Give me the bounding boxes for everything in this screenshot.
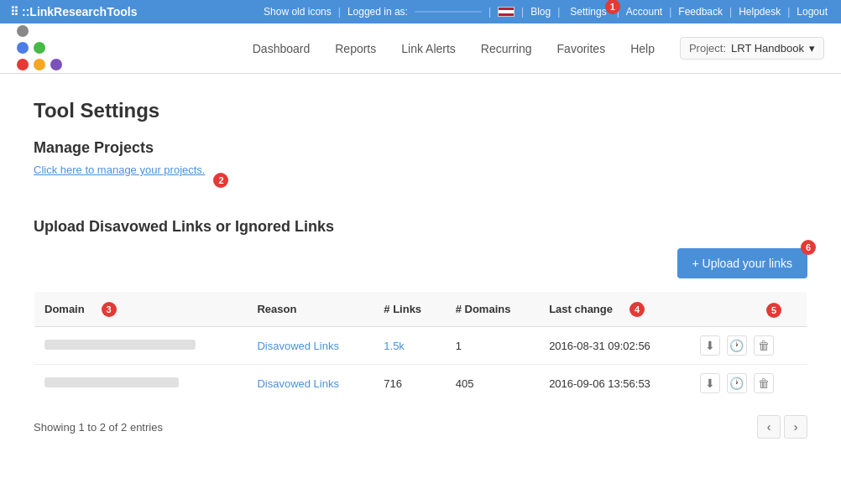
logged-in-label: Logged in as: <box>344 6 411 18</box>
upload-links-button[interactable]: + Upload your links <box>677 248 807 278</box>
show-old-icons-link[interactable]: Show old icons <box>260 6 335 18</box>
chevron-down-icon: ▾ <box>809 42 815 55</box>
nav-link-alerts[interactable]: Link Alerts <box>401 42 456 55</box>
row2-domains: 405 <box>446 365 539 403</box>
upload-section-title: Upload Disavowed Links or Ignored Links <box>34 218 807 236</box>
manage-link-row: Click here to manage your projects. 2 <box>34 164 807 197</box>
sep7: | <box>726 6 735 18</box>
table-row: Disavowed Links 716 405 2016-09-06 13:56… <box>34 365 807 403</box>
showing-entries-text: Showing 1 to 2 of 2 entries <box>34 421 163 434</box>
row1-reason-link[interactable]: Disavowed Links <box>257 340 339 352</box>
dot-6 <box>50 42 62 54</box>
nav-recurring[interactable]: Recurring <box>481 42 532 55</box>
table-footer: Showing 1 to 2 of 2 entries ‹ › <box>34 415 807 439</box>
domain-blurred-1 <box>44 340 196 350</box>
row1-domain <box>34 327 248 365</box>
settings-nav-wrap: Settings 1 <box>563 6 613 18</box>
nav-favorites[interactable]: Favorites <box>557 42 606 55</box>
sep8: | <box>784 6 793 18</box>
logo-dots <box>17 25 64 72</box>
domain-blurred-2 <box>44 377 179 387</box>
pagination: ‹ › <box>757 415 807 439</box>
table-header-row: Domain 3 Reason # Links # Domains Last c… <box>34 292 807 327</box>
project-label: Project: <box>689 42 726 55</box>
col-links: # Links <box>373 292 445 327</box>
table-row: Disavowed Links 1.5k 1 2016-08-31 09:02:… <box>34 327 807 365</box>
nav-dashboard[interactable]: Dashboard <box>253 42 311 55</box>
row2-actions: ⬇ 🕐 🗑 <box>690 365 807 403</box>
project-selector[interactable]: Project: LRT Handbook ▾ <box>680 37 824 60</box>
actions-badge: 5 <box>766 303 781 318</box>
manage-projects-title: Manage Projects <box>34 139 807 157</box>
sep1: | <box>335 6 344 18</box>
top-bar-right: Show old icons | Logged in as: | | Blog … <box>260 6 831 18</box>
row2-reason-link[interactable]: Disavowed Links <box>257 377 339 390</box>
row1-last-change: 2016-08-31 09:02:56 <box>539 327 690 365</box>
manage-projects-link[interactable]: Click here to manage your projects. <box>34 164 205 176</box>
row2-action-buttons: ⬇ 🕐 🗑 <box>700 373 797 393</box>
domain-col-badge: 3 <box>102 302 117 317</box>
page-title: Tool Settings <box>34 99 807 122</box>
project-name: LRT Handbook <box>731 42 804 55</box>
dot-5 <box>34 42 45 54</box>
upload-btn-wrap: + Upload your links 6 <box>677 248 807 278</box>
account-link[interactable]: Account <box>623 6 666 18</box>
manage-badge-wrap: 2 <box>213 173 228 188</box>
row2-domain <box>34 365 248 403</box>
row2-download-button[interactable]: ⬇ <box>700 373 720 393</box>
disavowed-links-table: Domain 3 Reason # Links # Domains Last c… <box>34 291 807 403</box>
col-domain: Domain 3 <box>34 292 248 327</box>
brand-dots-icon: ⠿ <box>10 5 18 18</box>
sep6: | <box>666 6 675 18</box>
row2-delete-button[interactable]: 🗑 <box>754 373 774 393</box>
country-flag-icon <box>498 7 515 17</box>
dot-8 <box>34 59 45 70</box>
dot-7 <box>17 59 29 70</box>
logged-in-user <box>415 11 482 13</box>
settings-badge: 1 <box>605 0 620 14</box>
row2-reason: Disavowed Links <box>247 365 373 403</box>
last-change-badge: 4 <box>629 302 645 317</box>
row1-history-button[interactable]: 🕐 <box>727 335 747 356</box>
nav-help[interactable]: Help <box>630 42 655 55</box>
dot-2 <box>34 25 45 37</box>
dot-4 <box>17 42 29 54</box>
row2-links: 716 <box>373 365 445 403</box>
prev-page-button[interactable]: ‹ <box>757 415 781 439</box>
col-actions: 5 <box>690 292 807 327</box>
main-nav: Dashboard Reports Link Alerts Recurring … <box>0 23 841 74</box>
col-reason: Reason <box>247 292 373 327</box>
col-domains: # Domains <box>446 292 539 327</box>
dot-1 <box>17 25 29 37</box>
sep4: | <box>554 6 563 18</box>
row1-action-buttons: ⬇ 🕐 🗑 <box>700 335 797 356</box>
dot-9 <box>50 59 62 70</box>
row1-domains: 1 <box>446 327 539 365</box>
logout-link[interactable]: Logout <box>793 6 831 18</box>
nav-reports[interactable]: Reports <box>335 42 376 55</box>
main-nav-links: Dashboard Reports Link Alerts Recurring … <box>253 42 655 55</box>
brand-name: ::LinkResearchTools <box>22 5 137 18</box>
feedback-link[interactable]: Feedback <box>675 6 726 18</box>
col-last-change: Last change 4 <box>539 292 690 327</box>
upload-btn-row: + Upload your links 6 <box>34 248 807 278</box>
row1-delete-button[interactable]: 🗑 <box>754 335 774 356</box>
row2-last-change: 2016-09-06 13:56:53 <box>539 365 690 403</box>
next-page-button[interactable]: › <box>784 415 807 439</box>
sep3: | <box>518 6 527 18</box>
blog-link[interactable]: Blog <box>527 6 554 18</box>
manage-projects-badge: 2 <box>213 173 228 188</box>
upload-btn-badge: 6 <box>801 240 816 255</box>
row2-history-button[interactable]: 🕐 <box>727 373 747 393</box>
row1-actions: ⬇ 🕐 🗑 <box>690 327 807 365</box>
logo-area <box>17 25 151 72</box>
page-content: Tool Settings Manage Projects Click here… <box>0 74 841 504</box>
row1-reason: Disavowed Links <box>247 327 373 365</box>
helpdesk-link[interactable]: Helpdesk <box>735 6 784 18</box>
row1-links: 1.5k <box>373 327 445 365</box>
brand-logo: ⠿ ::LinkResearchTools <box>10 5 137 18</box>
top-bar: ⠿ ::LinkResearchTools Show old icons | L… <box>0 0 841 23</box>
row1-download-button[interactable]: ⬇ <box>700 335 720 356</box>
dot-3 <box>50 25 62 37</box>
settings-link[interactable]: Settings <box>567 6 609 18</box>
